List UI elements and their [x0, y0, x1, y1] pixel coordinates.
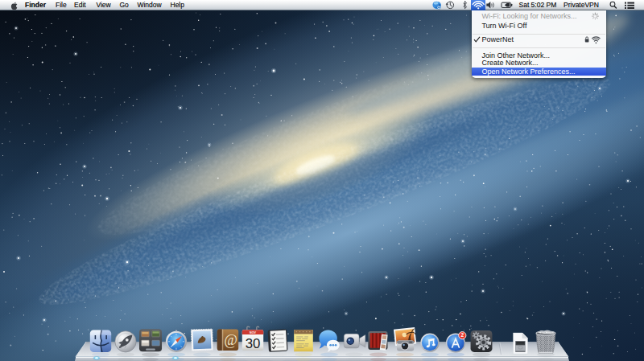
svg-text:30: 30: [246, 336, 261, 351]
svg-text:@: @: [224, 332, 237, 348]
svg-text:NOV: NOV: [250, 331, 256, 334]
svg-text:2: 2: [460, 332, 464, 338]
